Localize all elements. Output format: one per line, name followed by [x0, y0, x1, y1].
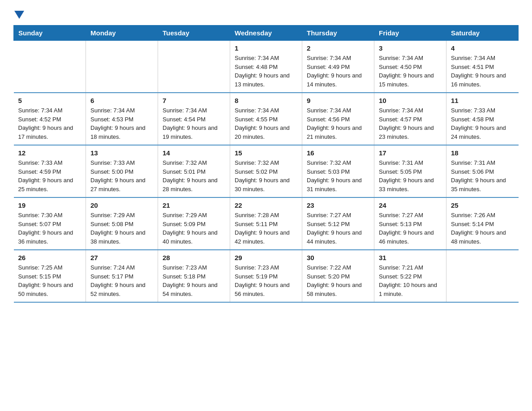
day-number: 20: [90, 201, 153, 209]
day-info: Sunrise: 7:34 AMSunset: 4:56 PMDaylight:…: [307, 106, 369, 141]
calendar-cell: 3Sunrise: 7:34 AMSunset: 4:50 PMDaylight…: [374, 41, 446, 93]
calendar-cell: 21Sunrise: 7:29 AMSunset: 5:09 PMDayligh…: [158, 197, 230, 250]
day-number: 3: [379, 44, 442, 52]
calendar-cell: [446, 250, 519, 302]
day-number: 6: [90, 97, 153, 104]
day-number: 28: [163, 254, 225, 261]
day-info: Sunrise: 7:34 AMSunset: 4:51 PMDaylight:…: [451, 54, 514, 89]
calendar-cell: 31Sunrise: 7:21 AMSunset: 5:22 PMDayligh…: [374, 250, 446, 302]
calendar-cell: 12Sunrise: 7:33 AMSunset: 4:59 PMDayligh…: [14, 145, 86, 197]
calendar-cell: 23Sunrise: 7:27 AMSunset: 5:12 PMDayligh…: [302, 197, 374, 250]
day-info: Sunrise: 7:34 AMSunset: 4:57 PMDaylight:…: [379, 106, 442, 141]
day-number: 1: [235, 44, 297, 52]
day-number: 7: [163, 97, 225, 104]
day-info: Sunrise: 7:32 AMSunset: 5:01 PMDaylight:…: [163, 158, 225, 193]
day-info: Sunrise: 7:27 AMSunset: 5:13 PMDaylight:…: [379, 211, 442, 246]
day-info: Sunrise: 7:32 AMSunset: 5:03 PMDaylight:…: [307, 158, 369, 193]
calendar-cell: 1Sunrise: 7:34 AMSunset: 4:48 PMDaylight…: [230, 41, 302, 93]
calendar-cell: 15Sunrise: 7:32 AMSunset: 5:02 PMDayligh…: [230, 145, 302, 197]
calendar-cell: 14Sunrise: 7:32 AMSunset: 5:01 PMDayligh…: [158, 145, 230, 197]
day-info: Sunrise: 7:34 AMSunset: 4:49 PMDaylight:…: [307, 54, 369, 89]
day-number: 18: [451, 149, 514, 157]
day-number: 10: [379, 97, 442, 104]
day-info: Sunrise: 7:33 AMSunset: 5:00 PMDaylight:…: [90, 158, 153, 193]
day-number: 29: [235, 254, 297, 261]
day-info: Sunrise: 7:34 AMSunset: 4:55 PMDaylight:…: [235, 106, 297, 141]
day-info: Sunrise: 7:22 AMSunset: 5:20 PMDaylight:…: [307, 263, 369, 298]
calendar-cell: 29Sunrise: 7:23 AMSunset: 5:19 PMDayligh…: [230, 250, 302, 302]
day-info: Sunrise: 7:27 AMSunset: 5:12 PMDaylight:…: [307, 211, 369, 246]
day-info: Sunrise: 7:28 AMSunset: 5:11 PMDaylight:…: [235, 211, 297, 246]
calendar-cell: [14, 41, 86, 93]
calendar-cell: 9Sunrise: 7:34 AMSunset: 4:56 PMDaylight…: [302, 93, 374, 145]
day-info: Sunrise: 7:29 AMSunset: 5:08 PMDaylight:…: [90, 211, 153, 246]
calendar-cell: [86, 41, 158, 93]
calendar-week-row: 26Sunrise: 7:25 AMSunset: 5:15 PMDayligh…: [14, 250, 519, 302]
day-info: Sunrise: 7:24 AMSunset: 5:17 PMDaylight:…: [90, 263, 153, 298]
weekday-header-sunday: Sunday: [14, 26, 86, 41]
calendar-cell: 5Sunrise: 7:34 AMSunset: 4:52 PMDaylight…: [14, 93, 86, 145]
calendar-cell: 2Sunrise: 7:34 AMSunset: 4:49 PMDaylight…: [302, 41, 374, 93]
logo-triangle-icon: [14, 11, 24, 19]
calendar-cell: 11Sunrise: 7:33 AMSunset: 4:58 PMDayligh…: [446, 93, 519, 145]
calendar-week-row: 19Sunrise: 7:30 AMSunset: 5:07 PMDayligh…: [14, 197, 519, 250]
day-number: 16: [307, 149, 369, 157]
day-info: Sunrise: 7:34 AMSunset: 4:52 PMDaylight:…: [18, 106, 82, 141]
day-info: Sunrise: 7:21 AMSunset: 5:22 PMDaylight:…: [379, 263, 442, 298]
calendar-cell: [158, 41, 230, 93]
day-number: 22: [235, 201, 297, 209]
calendar-week-row: 5Sunrise: 7:34 AMSunset: 4:52 PMDaylight…: [14, 93, 519, 145]
day-number: 13: [90, 149, 153, 157]
day-number: 25: [451, 201, 514, 209]
weekday-header-friday: Friday: [374, 26, 446, 41]
page-header: [13, 9, 519, 21]
calendar-table: SundayMondayTuesdayWednesdayThursdayFrid…: [13, 25, 519, 303]
calendar-cell: 16Sunrise: 7:32 AMSunset: 5:03 PMDayligh…: [302, 145, 374, 197]
day-info: Sunrise: 7:29 AMSunset: 5:09 PMDaylight:…: [163, 211, 225, 246]
day-info: Sunrise: 7:34 AMSunset: 4:54 PMDaylight:…: [163, 106, 225, 141]
day-info: Sunrise: 7:34 AMSunset: 4:48 PMDaylight:…: [235, 54, 297, 89]
calendar-cell: 27Sunrise: 7:24 AMSunset: 5:17 PMDayligh…: [86, 250, 158, 302]
svg-marker-0: [14, 11, 24, 19]
day-info: Sunrise: 7:32 AMSunset: 5:02 PMDaylight:…: [235, 158, 297, 193]
day-info: Sunrise: 7:33 AMSunset: 4:58 PMDaylight:…: [451, 106, 514, 141]
calendar-cell: 7Sunrise: 7:34 AMSunset: 4:54 PMDaylight…: [158, 93, 230, 145]
day-number: 15: [235, 149, 297, 157]
calendar-cell: 25Sunrise: 7:26 AMSunset: 5:14 PMDayligh…: [446, 197, 519, 250]
day-number: 9: [307, 97, 369, 104]
day-number: 14: [163, 149, 225, 157]
day-info: Sunrise: 7:23 AMSunset: 5:18 PMDaylight:…: [163, 263, 225, 298]
day-info: Sunrise: 7:34 AMSunset: 4:50 PMDaylight:…: [379, 54, 442, 89]
day-info: Sunrise: 7:33 AMSunset: 4:59 PMDaylight:…: [18, 158, 82, 193]
day-info: Sunrise: 7:31 AMSunset: 5:06 PMDaylight:…: [451, 158, 514, 193]
weekday-header-thursday: Thursday: [302, 26, 374, 41]
day-number: 5: [18, 97, 82, 104]
day-info: Sunrise: 7:31 AMSunset: 5:05 PMDaylight:…: [379, 158, 442, 193]
weekday-header-wednesday: Wednesday: [230, 26, 302, 41]
calendar-week-row: 12Sunrise: 7:33 AMSunset: 4:59 PMDayligh…: [14, 145, 519, 197]
weekday-header-saturday: Saturday: [446, 26, 519, 41]
logo: [13, 9, 24, 21]
day-number: 30: [307, 254, 369, 261]
day-number: 8: [235, 97, 297, 104]
calendar-cell: 6Sunrise: 7:34 AMSunset: 4:53 PMDaylight…: [86, 93, 158, 145]
calendar-cell: 4Sunrise: 7:34 AMSunset: 4:51 PMDaylight…: [446, 41, 519, 93]
day-info: Sunrise: 7:26 AMSunset: 5:14 PMDaylight:…: [451, 211, 514, 246]
day-info: Sunrise: 7:25 AMSunset: 5:15 PMDaylight:…: [18, 263, 82, 298]
day-info: Sunrise: 7:30 AMSunset: 5:07 PMDaylight:…: [18, 211, 82, 246]
day-number: 2: [307, 44, 369, 52]
calendar-cell: 8Sunrise: 7:34 AMSunset: 4:55 PMDaylight…: [230, 93, 302, 145]
day-number: 24: [379, 201, 442, 209]
day-number: 12: [18, 149, 82, 157]
calendar-cell: 24Sunrise: 7:27 AMSunset: 5:13 PMDayligh…: [374, 197, 446, 250]
weekday-header-monday: Monday: [86, 26, 158, 41]
day-number: 4: [451, 44, 514, 52]
day-number: 31: [379, 254, 442, 261]
day-info: Sunrise: 7:23 AMSunset: 5:19 PMDaylight:…: [235, 263, 297, 298]
day-number: 17: [379, 149, 442, 157]
weekday-header-tuesday: Tuesday: [158, 26, 230, 41]
day-number: 19: [18, 201, 82, 209]
calendar-cell: 19Sunrise: 7:30 AMSunset: 5:07 PMDayligh…: [14, 197, 86, 250]
calendar-header-row: SundayMondayTuesdayWednesdayThursdayFrid…: [14, 26, 519, 41]
calendar-cell: 28Sunrise: 7:23 AMSunset: 5:18 PMDayligh…: [158, 250, 230, 302]
